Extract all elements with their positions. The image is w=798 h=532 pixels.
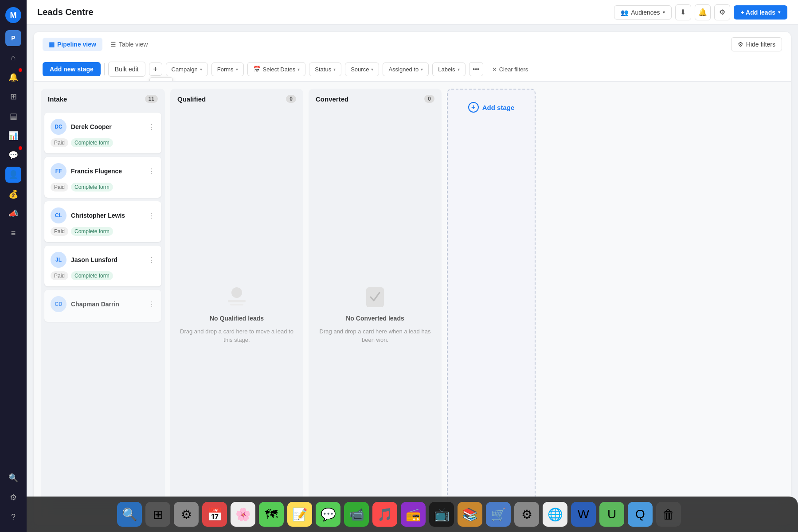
sidebar-item-megaphone[interactable]: 📣 — [5, 206, 21, 222]
lead-card-dc[interactable]: DC Derek Cooper ⋮ Paid Complete form — [44, 113, 161, 153]
dock-music[interactable]: 🎵 — [372, 502, 397, 527]
forms-filter-button[interactable]: Forms ▾ — [211, 63, 244, 76]
avatar-ff: FF — [51, 163, 66, 179]
lead-name-ff: Francis Flugence — [71, 168, 122, 175]
dock-books[interactable]: 📚 — [458, 502, 482, 527]
app-logo[interactable]: M — [5, 7, 21, 23]
column-intake: Intake 11 DC Derek Cooper ⋮ — [41, 89, 165, 518]
empty-subtitle-converted: Drag and drop a card here when a lead ha… — [317, 327, 433, 344]
audiences-button[interactable]: 👥 Audiences ▾ — [614, 5, 671, 20]
card-more-cd[interactable]: ⋮ — [148, 300, 155, 309]
add-stage-plus-icon: + — [468, 102, 479, 113]
svg-rect-1 — [228, 300, 246, 302]
dock-finder[interactable]: 🔍 — [117, 502, 142, 527]
sidebar-item-settings[interactable]: ⚙ — [5, 489, 21, 505]
add-filter-button[interactable]: + Add — [149, 63, 162, 76]
dock-systemsettings[interactable]: ⚙ — [514, 502, 539, 527]
column-header-converted: Converted 0 — [309, 89, 442, 109]
dock-appletv[interactable]: 📺 — [429, 502, 454, 527]
tab-pipeline-view[interactable]: ▦ Pipeline view — [43, 38, 102, 51]
card-more-ff[interactable]: ⋮ — [148, 167, 155, 176]
dock-messages[interactable]: 💬 — [316, 502, 340, 527]
dock-photos[interactable]: 🌸 — [231, 502, 255, 527]
notifications-bell-button[interactable]: 🔔 — [695, 4, 711, 20]
avatar-cl: CL — [51, 207, 66, 223]
x-icon: ✕ — [492, 66, 497, 73]
more-filters-button[interactable]: ••• — [469, 62, 483, 76]
dock-notes[interactable]: 📝 — [287, 502, 312, 527]
page-title: Leads Centre — [37, 7, 94, 17]
calendar-icon: 📅 — [253, 66, 261, 73]
card-tags-cl: Paid Complete form — [51, 227, 155, 236]
sidebar-item-avatar[interactable]: P — [5, 30, 21, 46]
empty-subtitle-qualified: Drag and drop a card here to move a lead… — [179, 327, 294, 344]
dock-maps[interactable]: 🗺 — [259, 502, 284, 527]
tabs-left: ▦ Pipeline view ☰ Table view — [43, 38, 154, 51]
settings-button[interactable]: ⚙ — [714, 4, 730, 20]
add-new-stage-button[interactable]: Add new stage — [43, 62, 101, 76]
card-header-dc: DC Derek Cooper ⋮ — [51, 119, 155, 135]
sidebar-item-chart[interactable]: 📊 — [5, 128, 21, 144]
add-leads-button[interactable]: + Add leads ▾ — [734, 5, 787, 20]
tag-form-jl: Complete form — [71, 271, 113, 280]
sidebar-item-messages[interactable]: 💬 — [5, 147, 21, 163]
sidebar-item-help[interactable]: ? — [5, 509, 21, 525]
card-more-dc[interactable]: ⋮ — [148, 123, 155, 131]
svg-rect-2 — [230, 304, 243, 305]
hide-filters-button[interactable]: ⚙ Hide filters — [731, 37, 782, 51]
dock-calendar[interactable]: 📅 — [202, 502, 227, 527]
card-header-cl: CL Christopher Lewis ⋮ — [51, 207, 155, 223]
sidebar-item-search[interactable]: 🔍 — [5, 470, 21, 486]
column-count-qualified: 0 — [286, 95, 296, 103]
lead-card-cl[interactable]: CL Christopher Lewis ⋮ Paid Complete for… — [44, 201, 161, 242]
lead-name-cd: Chapman Darrin — [71, 301, 119, 308]
empty-title-qualified: No Qualified leads — [210, 315, 264, 322]
download-icon: ⬇ — [680, 8, 686, 16]
lead-card-jl[interactable]: JL Jason Lunsford ⋮ Paid Complete form — [44, 246, 161, 286]
dock-upwork[interactable]: U — [599, 502, 624, 527]
avatar-dc: DC — [51, 119, 66, 135]
avatar-cd: CD — [51, 296, 66, 312]
sidebar-item-table[interactable]: ▤ — [5, 108, 21, 124]
sidebar-item-home[interactable]: ⌂ — [5, 50, 21, 66]
dock-podcasts[interactable]: 📻 — [401, 502, 426, 527]
empty-state-converted: No Converted leads Drag and drop a card … — [309, 109, 442, 518]
assigned-to-filter-button[interactable]: Assigned to ▾ — [383, 63, 429, 76]
card-more-jl[interactable]: ⋮ — [148, 256, 155, 264]
column-title-converted: Converted — [316, 95, 348, 103]
dock-word[interactable]: W — [571, 502, 596, 527]
dock-trash[interactable]: 🗑 — [656, 502, 681, 527]
card-tags-dc: Paid Complete form — [51, 138, 155, 147]
dock-quicktime[interactable]: Q — [628, 502, 653, 527]
sidebar-item-grid[interactable]: ⊞ — [5, 89, 21, 105]
sidebar-item-money[interactable]: 💰 — [5, 186, 21, 202]
source-filter-button[interactable]: Source ▾ — [345, 63, 379, 76]
add-stage-link[interactable]: + Add stage — [465, 98, 518, 116]
add-stage-label: Add stage — [482, 104, 515, 111]
column-qualified: Qualified 0 No Qualified leads Drag — [170, 89, 303, 518]
bulk-edit-button[interactable]: Bulk edit — [108, 62, 145, 77]
select-dates-filter-button[interactable]: 📅 Select Dates ▾ — [247, 62, 306, 76]
column-count-converted: 0 — [424, 95, 434, 103]
lead-card-ff[interactable]: FF Francis Flugence ⋮ Paid Complete form — [44, 157, 161, 198]
sidebar-item-menu[interactable]: ≡ — [5, 225, 21, 241]
campaign-filter-button[interactable]: Campaign ▾ — [166, 63, 208, 76]
labels-filter-button[interactable]: Labels ▾ — [432, 63, 465, 76]
sidebar-item-notifications[interactable]: 🔔 — [5, 69, 21, 85]
dock-appstore[interactable]: 🛒 — [486, 502, 511, 527]
bell-icon: 🔔 — [698, 8, 707, 16]
clear-filters-button[interactable]: ✕ Clear filters — [487, 63, 534, 76]
dock-system-prefs[interactable]: ⚙ — [174, 502, 199, 527]
add-stage-column[interactable]: + Add stage — [447, 89, 536, 518]
download-button[interactable]: ⬇ — [675, 4, 691, 20]
column-body-intake: DC Derek Cooper ⋮ Paid Complete form — [41, 109, 165, 518]
tab-table-view[interactable]: ☰ Table view — [104, 38, 154, 51]
lead-card-cd[interactable]: CD Chapman Darrin ⋮ — [44, 290, 161, 322]
column-converted: Converted 0 No Converted leads Drag and … — [309, 89, 442, 518]
sidebar-item-leads[interactable]: 👤 — [5, 167, 21, 183]
dock-launchpad[interactable]: ⊞ — [145, 502, 170, 527]
card-more-cl[interactable]: ⋮ — [148, 211, 155, 220]
status-filter-button[interactable]: Status ▾ — [309, 63, 341, 76]
dock-chrome[interactable]: 🌐 — [543, 502, 567, 527]
dock-facetime[interactable]: 📹 — [344, 502, 369, 527]
